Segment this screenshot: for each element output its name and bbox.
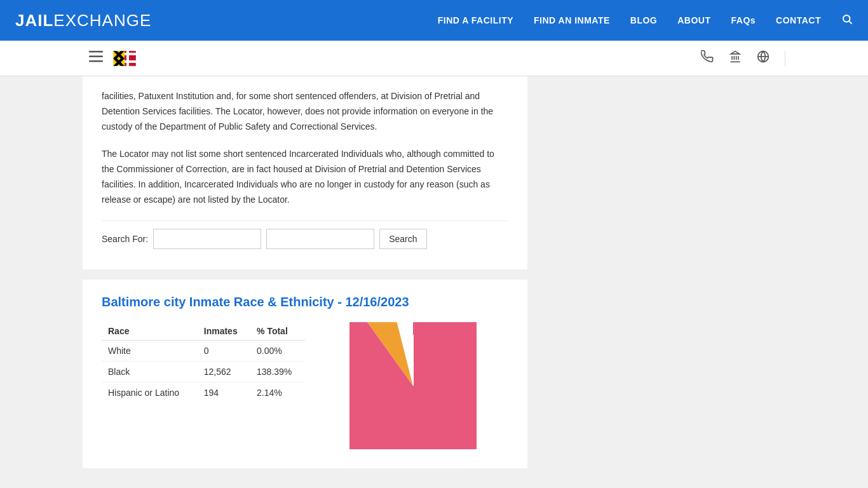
race-table: Race Inmates % Total White 0 0.00% [102,322,305,403]
race-black: Black [102,361,198,382]
svg-point-0 [843,15,850,22]
col-pct: % Total [250,322,305,341]
state-flag [113,51,141,66]
main-content: facilities, Patuxent Institution and, fo… [0,76,868,468]
search-last-name-input[interactable] [266,229,374,249]
phone-icon[interactable] [701,50,714,66]
col-race: Race [102,322,198,341]
svg-rect-3 [89,56,103,58]
table-row: Black 12,562 138.39% [102,361,305,382]
svg-rect-17 [125,53,136,55]
stats-layout: Race Inmates % Total White 0 0.00% [102,322,508,449]
inmates-white: 0 [198,340,250,361]
bank-icon[interactable] [729,50,742,66]
svg-rect-4 [89,60,103,62]
hamburger-menu-icon[interactable] [89,51,103,65]
nav-faqs[interactable]: FAQs [731,15,756,25]
page-wrapper: JAILEXCHANGE FIND A FACILITY FIND AN INM… [0,0,868,488]
paragraph-1: facilities, Patuxent Institution and, fo… [102,89,508,134]
svg-rect-2 [89,51,103,53]
globe-icon[interactable] [757,50,770,66]
pct-hispanic: 2.14% [250,382,305,403]
search-icon[interactable] [841,13,853,28]
pie-chart [349,322,477,449]
gray-spacer [0,269,868,280]
pct-white: 0.00% [250,340,305,361]
race-white: White [102,340,198,361]
nav-find-facility[interactable]: FIND A FACILITY [438,15,513,25]
col-inmates: Inmates [198,322,250,341]
race-hispanic: Hispanic or Latino [102,382,198,403]
nav-blog[interactable]: BLOG [630,15,657,25]
search-for-label: Search For: [102,234,148,244]
search-form: Search For: Search [102,220,508,254]
svg-rect-14 [125,60,136,63]
table-row: Hispanic or Latino 194 2.14% [102,382,305,403]
stats-title: Baltimore city Inmate Race & Ethnicity -… [102,295,508,309]
svg-line-1 [849,21,851,24]
brand-logo[interactable]: JAILEXCHANGE [15,11,151,30]
stats-table-wrapper: Race Inmates % Total White 0 0.00% [102,322,305,449]
divider [785,51,785,66]
inmates-hispanic: 194 [198,382,250,403]
nav-contact[interactable]: CONTACT [776,15,821,25]
subheader [0,41,868,76]
brand-exchange: EXCHANGE [53,11,151,30]
svg-marker-27 [731,51,739,54]
table-row: White 0 0.00% [102,340,305,361]
inmates-black: 12,562 [198,361,250,382]
brand-jail: JAIL [15,11,53,30]
subheader-right-icons [701,50,785,66]
paragraph-2: The Locator may not list some short sent… [102,147,508,207]
nav-find-inmate[interactable]: FIND AN INMATE [534,15,610,25]
search-button[interactable]: Search [379,229,426,249]
navbar: JAILEXCHANGE FIND A FACILITY FIND AN INM… [0,0,868,41]
pct-black: 138.39% [250,361,305,382]
search-first-name-input[interactable] [153,229,261,249]
stats-section: Baltimore city Inmate Race & Ethnicity -… [83,280,527,468]
pie-chart-wrapper [318,322,508,449]
nav-about[interactable]: ABOUT [677,15,710,25]
content-card: facilities, Patuxent Institution and, fo… [83,76,527,269]
navbar-links: FIND A FACILITY FIND AN INMATE BLOG ABOU… [438,13,853,28]
